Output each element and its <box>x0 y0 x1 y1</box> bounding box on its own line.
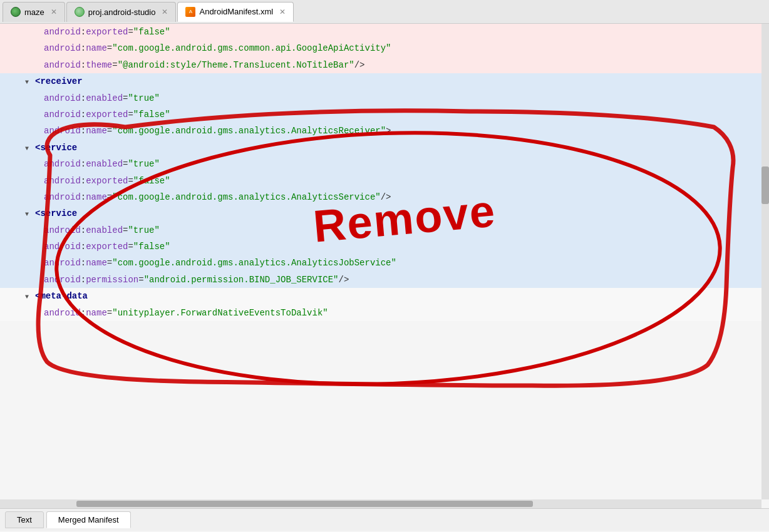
scrollbar-thumb[interactable] <box>761 166 769 204</box>
tab-bar: maze ✕ proj.android-studio ✕ A AndroidMa… <box>0 0 769 24</box>
collapse-metadata[interactable]: ▼ <box>25 292 34 302</box>
maze-icon <box>11 7 21 17</box>
collapse-receiver[interactable]: ▼ <box>25 78 34 88</box>
tab-proj-android[interactable]: proj.android-studio ✕ <box>66 2 177 22</box>
horizontal-scrollbar[interactable] <box>0 499 761 508</box>
tab-maze-label: maze <box>24 8 44 17</box>
code-line-1: android:exported="false" <box>0 24 769 40</box>
hscrollbar-thumb[interactable] <box>76 501 534 507</box>
code-line-5: android:enabled="true" <box>0 90 769 106</box>
code-line-4: ▼ <receiver <box>0 73 769 90</box>
tab-maze[interactable]: maze ✕ <box>3 2 65 22</box>
code-line-17: ▼ <meta-data <box>0 288 769 304</box>
tab-text-label: Text <box>17 515 32 524</box>
tab-text[interactable]: Text <box>5 511 44 528</box>
code-line-6: android:exported="false" <box>0 106 769 123</box>
tab-androidmanifest[interactable]: A AndroidManifest.xml ✕ <box>177 2 294 22</box>
code-line-15: android:name="com.google.android.gms.ana… <box>0 255 769 271</box>
code-line-9: android:enabled="true" <box>0 156 769 172</box>
collapse-service1[interactable]: ▼ <box>25 144 34 154</box>
androidmanifest-icon: A <box>185 7 195 17</box>
editor-area: android:exported="false" android:name="c… <box>0 24 769 499</box>
tab-merged-manifest[interactable]: Merged Manifest <box>46 511 131 528</box>
code-line-18: android:name="unityplayer.ForwardNativeE… <box>0 305 769 321</box>
proj-android-icon <box>75 7 85 17</box>
code-line-16: android:permission="android.permission.B… <box>0 272 769 288</box>
tab-proj-android-close[interactable]: ✕ <box>162 8 168 16</box>
tab-androidmanifest-label: AndroidManifest.xml <box>199 7 273 16</box>
code-content: android:exported="false" android:name="c… <box>0 24 769 499</box>
code-line-2: android:name="com.google.android.gms.com… <box>0 40 769 56</box>
collapse-service2[interactable]: ▼ <box>25 210 34 220</box>
code-line-3: android:theme="@android:style/Theme.Tran… <box>0 57 769 73</box>
tab-maze-close[interactable]: ✕ <box>51 8 57 16</box>
tab-proj-android-label: proj.android-studio <box>88 8 156 17</box>
code-line-8: ▼ <service <box>0 140 769 156</box>
tab-merged-manifest-label: Merged Manifest <box>58 515 119 524</box>
code-line-10: android:exported="false" <box>0 173 769 189</box>
tab-androidmanifest-close[interactable]: ✕ <box>279 8 286 16</box>
code-line-7: android:name="com.google.android.gms.ana… <box>0 123 769 139</box>
bottom-bar: Text Merged Manifest <box>0 508 769 531</box>
vertical-scrollbar[interactable] <box>761 24 769 499</box>
